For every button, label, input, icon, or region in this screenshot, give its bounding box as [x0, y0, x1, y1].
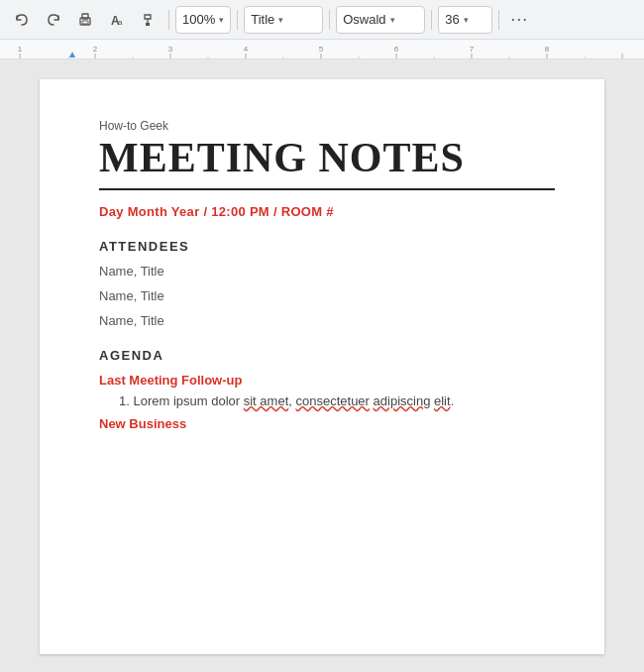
underline-sit-amet: sit amet: [244, 393, 289, 408]
font-chevron-icon: ▾: [390, 15, 395, 25]
doc-title: MEETING NOTES: [99, 135, 555, 180]
undo-icon: [14, 12, 30, 28]
svg-rect-2: [82, 21, 88, 24]
paint-format-icon: [141, 12, 157, 28]
redo-button[interactable]: [40, 6, 67, 34]
agenda-item-1-heading: Last Meeting Follow-up: [99, 373, 555, 388]
print-icon: [77, 12, 93, 28]
text-style-icon: A a: [109, 12, 125, 28]
svg-text:3: 3: [168, 45, 173, 54]
attendee-2: Name, Title: [99, 288, 555, 303]
agenda-item-2-heading: New Business: [99, 416, 555, 431]
svg-text:a: a: [118, 18, 123, 27]
svg-text:7: 7: [470, 45, 475, 54]
more-icon: ···: [510, 9, 528, 30]
style-dropdown[interactable]: Title ▾: [244, 6, 323, 34]
text-style-button[interactable]: A a: [103, 6, 131, 34]
divider-1: [168, 10, 169, 30]
ruler-svg: 1 2 3 4 5 6 7 8: [0, 40, 644, 59]
doc-meta: Day Month Year / 12:00 PM / ROOM #: [99, 204, 555, 219]
underline-elit: elit: [434, 393, 451, 408]
more-options-button[interactable]: ···: [505, 6, 533, 34]
redo-icon: [46, 12, 61, 28]
svg-text:8: 8: [545, 45, 550, 54]
zoom-value: 100%: [182, 12, 215, 27]
attendees-heading: ATTENDEES: [99, 239, 555, 254]
size-chevron-icon: ▾: [464, 15, 469, 25]
numbered-prefix: 1. Lorem ipsum dolor: [119, 393, 244, 408]
underline-adipiscing: adipiscing: [374, 393, 431, 408]
attendee-3: Name, Title: [99, 313, 555, 328]
svg-text:6: 6: [394, 45, 399, 54]
paint-format-button[interactable]: [135, 6, 162, 34]
zoom-dropdown[interactable]: 100% ▾: [175, 6, 231, 34]
divider-2: [237, 10, 238, 30]
svg-text:2: 2: [93, 45, 98, 54]
print-button[interactable]: [71, 6, 99, 34]
size-label: 36: [445, 12, 459, 27]
divider-5: [498, 10, 499, 30]
toolbar: A a 100% ▾ Title ▾ Oswald ▾ 36 ▾ ···: [0, 0, 644, 40]
svg-text:1: 1: [18, 45, 23, 54]
svg-text:4: 4: [244, 45, 249, 54]
document-page: How-to Geek MEETING NOTES Day Month Year…: [40, 79, 604, 654]
attendee-1: Name, Title: [99, 264, 555, 279]
divider-4: [431, 10, 432, 30]
underline-consectetuer: consectetuer: [295, 393, 369, 408]
zoom-chevron-icon: ▾: [219, 15, 224, 25]
font-dropdown[interactable]: Oswald ▾: [336, 6, 425, 34]
font-label: Oswald: [343, 12, 385, 27]
undo-button[interactable]: [8, 6, 36, 34]
agenda-heading: AGENDA: [99, 348, 555, 363]
style-chevron-icon: ▾: [278, 15, 283, 25]
doc-subtitle: How-to Geek: [99, 119, 555, 133]
svg-text:5: 5: [319, 45, 324, 54]
size-dropdown[interactable]: 36 ▾: [438, 6, 492, 34]
ruler: 1 2 3 4 5 6 7 8: [0, 40, 644, 59]
style-label: Title: [251, 12, 274, 27]
document-area: How-to Geek MEETING NOTES Day Month Year…: [0, 59, 644, 672]
divider-3: [329, 10, 330, 30]
doc-divider: [99, 188, 555, 190]
agenda-numbered-item-1: 1. Lorem ipsum dolor sit amet, consectet…: [119, 393, 555, 408]
